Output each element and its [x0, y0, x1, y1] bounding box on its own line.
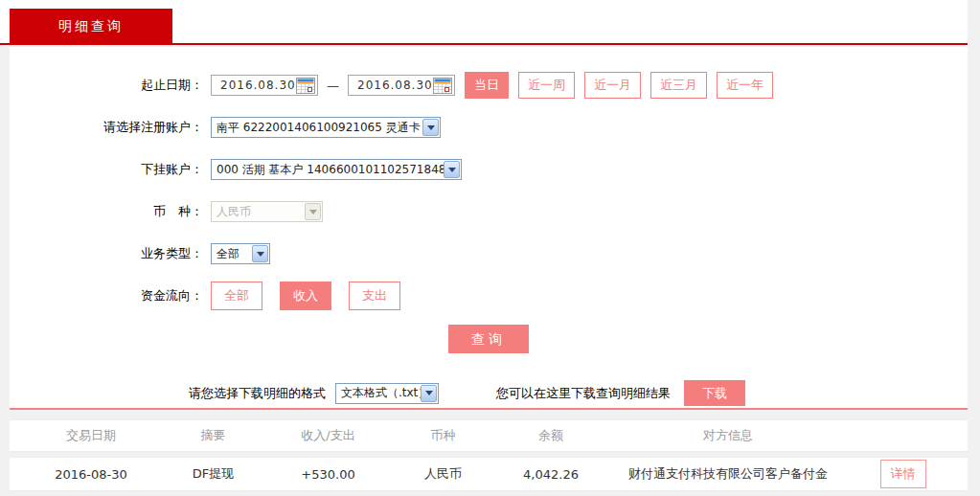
currency-row: 币 种： 人民币 — [10, 198, 968, 225]
download-format-select[interactable]: 文本格式（.txt） — [335, 383, 439, 404]
currency-value: 人民币 — [212, 204, 305, 220]
detail-button[interactable]: 详情 — [880, 460, 926, 488]
fund-flow-label: 资金流向： — [10, 287, 211, 304]
start-date-input[interactable]: 2016.08.30 — [211, 75, 318, 96]
quick-range-today-button[interactable]: 当日 — [465, 72, 509, 99]
tab-detail-query[interactable]: 明细查询 — [10, 9, 172, 45]
end-date-input[interactable]: 2016.08.30 — [348, 75, 455, 96]
sub-account-value: 000 活期 基本户 1406600101102571848 — [212, 162, 444, 178]
table-header-row: 交易日期 摘要 收入/支出 币种 余额 对方信息 — [10, 419, 968, 452]
chevron-down-icon[interactable] — [252, 245, 268, 262]
sub-account-select[interactable]: 000 活期 基本户 1406600101102571848 — [211, 159, 462, 180]
query-form-panel: 起止日期： 2016.08.30 — 2016.08.30 — [10, 47, 968, 410]
cell-amount: +530.00 — [254, 467, 402, 482]
date-range-row: 起止日期： 2016.08.30 — 2016.08.30 — [10, 72, 968, 99]
quick-range-3months-button[interactable]: 近三月 — [650, 72, 707, 99]
cell-summary: DF提现 — [172, 465, 254, 483]
start-date-value: 2016.08.30 — [212, 79, 296, 92]
cell-currency: 人民币 — [402, 465, 484, 483]
cell-counterparty: 财付通支付科技有限公司客户备付金 — [618, 465, 838, 483]
quick-range-month-button[interactable]: 近一月 — [584, 72, 641, 99]
col-header-summary: 摘要 — [172, 427, 254, 444]
tab-bar: 明细查询 — [0, 0, 968, 45]
col-header-balance: 余额 — [484, 427, 618, 444]
col-header-currency: 币种 — [402, 427, 484, 444]
table-row: 2016-08-30 DF提现 +530.00 人民币 4,042.26 财付通… — [10, 457, 968, 491]
calendar-icon[interactable] — [433, 78, 452, 94]
registered-account-row: 请选择注册账户： 南平 6222001406100921065 灵通卡 — [10, 114, 968, 141]
flow-all-button[interactable]: 全部 — [211, 282, 262, 310]
business-type-value: 全部 — [212, 246, 252, 262]
sub-account-label: 下挂账户： — [10, 161, 211, 178]
business-type-select[interactable]: 全部 — [211, 243, 270, 264]
sub-account-row: 下挂账户： 000 活期 基本户 1406600101102571848 — [10, 156, 968, 183]
business-type-label: 业务类型： — [10, 245, 211, 262]
quick-range-year-button[interactable]: 近一年 — [717, 72, 773, 99]
end-date-value: 2016.08.30 — [349, 79, 433, 92]
registered-account-select[interactable]: 南平 6222001406100921065 灵通卡 — [211, 117, 441, 138]
chevron-down-icon[interactable] — [421, 385, 437, 402]
flow-expense-button[interactable]: 支出 — [349, 282, 400, 310]
chevron-down-icon[interactable] — [422, 119, 439, 136]
download-row: 请您选择下载明细的格式 文本格式（.txt） 您可以在这里下载查询明细结果 下载 — [10, 380, 968, 406]
business-type-row: 业务类型： 全部 — [10, 240, 968, 267]
cell-date: 2016-08-30 — [10, 467, 172, 482]
tab-label: 明细查询 — [58, 18, 124, 35]
chevron-down-icon — [305, 203, 321, 220]
cell-actions: 详情 — [838, 460, 968, 488]
currency-label: 币 种： — [10, 203, 211, 220]
registered-account-label: 请选择注册账户： — [10, 119, 211, 136]
date-range-label: 起止日期： — [10, 77, 211, 94]
download-format-value: 文本格式（.txt） — [336, 385, 421, 401]
download-button[interactable]: 下载 — [684, 380, 745, 406]
fund-flow-row: 资金流向： 全部 收入 支出 — [10, 282, 968, 309]
query-button[interactable]: 查询 — [448, 325, 529, 353]
date-range-separator: — — [327, 79, 339, 93]
download-format-label: 请您选择下载明细的格式 — [189, 385, 326, 402]
currency-select: 人民币 — [211, 201, 323, 222]
registered-account-value: 南平 6222001406100921065 灵通卡 — [212, 120, 422, 136]
cell-balance: 4,042.26 — [484, 467, 618, 482]
query-button-row: 查询 — [10, 325, 968, 353]
flow-income-button[interactable]: 收入 — [280, 282, 331, 310]
col-header-counterparty: 对方信息 — [618, 427, 838, 444]
col-header-date: 交易日期 — [10, 427, 172, 444]
chevron-down-icon[interactable] — [444, 161, 460, 178]
quick-range-week-button[interactable]: 近一周 — [518, 72, 575, 99]
col-header-amount: 收入/支出 — [254, 427, 402, 444]
download-hint: 您可以在这里下载查询明细结果 — [496, 385, 671, 402]
calendar-icon[interactable] — [296, 78, 315, 94]
